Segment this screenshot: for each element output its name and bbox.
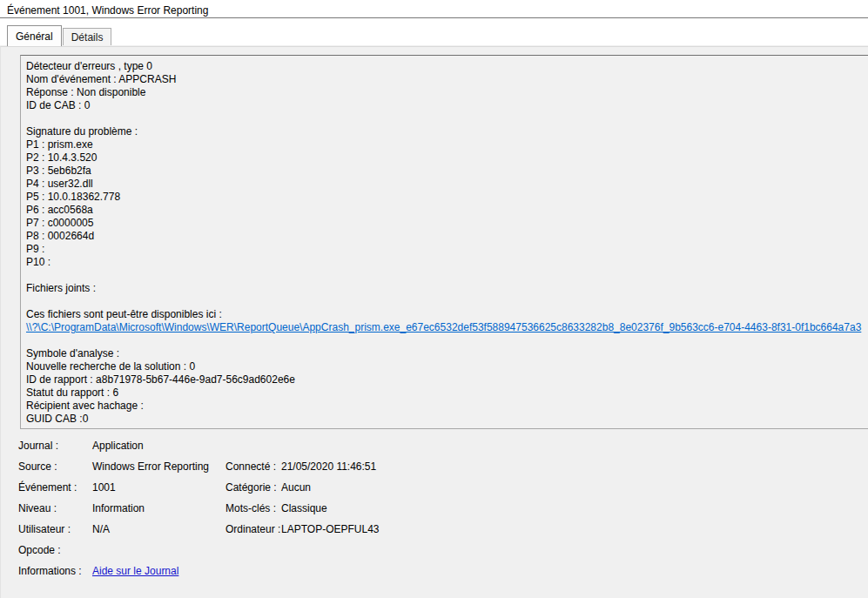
event-text-line: P7 : c0000005 <box>26 217 865 230</box>
field-label: Catégorie : <box>225 481 281 494</box>
field-label: Informations : <box>18 565 92 577</box>
event-text-line: Réponse : Non disponible <box>26 86 865 99</box>
field-value: Windows Error Reporting <box>92 460 225 473</box>
event-text-line: P5 : 10.0.18362.778 <box>26 191 865 204</box>
event-text-line: ID de rapport : a8b71978-5b67-446e-9ad7-… <box>26 373 865 386</box>
event-text-line: Fichiers joints : <box>26 282 865 295</box>
field-label: Opcode : <box>18 544 92 556</box>
field-label: Niveau : <box>18 502 92 514</box>
tab-strip: Général Détails <box>0 18 868 45</box>
event-text-line: Détecteur d'erreurs , type 0 <box>26 60 865 73</box>
journal-help-link[interactable]: Aide sur le Journal <box>92 565 178 577</box>
event-text-line: Nouvelle recherche de la solution : 0 <box>26 360 865 373</box>
general-tab-page: Détecteur d'erreurs , type 0Nom d'événem… <box>0 46 868 598</box>
field-row: Événement :1001Catégorie :Aucun <box>18 477 380 498</box>
event-text-line: P1 : prism.exe <box>26 138 865 151</box>
tab-details[interactable]: Détails <box>63 28 112 45</box>
event-text-line <box>26 334 865 347</box>
event-text-line: P6 : acc0568a <box>26 204 865 217</box>
event-text-line: P8 : 0002664d <box>26 230 865 243</box>
event-text-line <box>26 295 865 308</box>
event-text-line: Ces fichiers sont peut-être disponibles … <box>26 308 865 321</box>
field-label: Utilisateur : <box>18 523 92 535</box>
event-text-line: Nom d'événement : APPCRASH <box>26 73 865 86</box>
field-row: Utilisateur :N/AOrdinateur :LAPTOP-OEPFU… <box>18 519 380 540</box>
event-text-line: Récipient avec hachage : <box>26 400 865 413</box>
field-value: Aide sur le Journal <box>92 565 225 577</box>
event-text-line <box>26 112 865 125</box>
field-value: 21/05/2020 11:46:51 <box>281 460 376 473</box>
event-header: Événement 1001, Windows Error Reporting <box>0 0 868 18</box>
event-text-line: P4 : user32.dll <box>26 178 865 191</box>
event-text-line: P2 : 10.4.3.520 <box>26 151 865 165</box>
field-value: Classique <box>281 502 327 514</box>
event-text-line: Signature du problème : <box>26 125 865 138</box>
event-text-line: ID de CAB : 0 <box>26 99 865 112</box>
field-row: Source :Windows Error ReportingConnecté … <box>18 456 380 477</box>
field-row: Niveau :InformationMots-clés :Classique <box>18 498 380 519</box>
event-text-line: P3 : 5eb6b2fa <box>26 165 865 178</box>
event-fields: Journal :ApplicationSource :Windows Erro… <box>1 435 380 581</box>
event-text-line: Symbole d'analyse : <box>26 347 865 360</box>
page-title: Événement 1001, Windows Error Reporting <box>7 4 208 17</box>
field-label: Ordinateur : <box>225 523 281 535</box>
field-value: LAPTOP-OEPFUL43 <box>281 523 380 535</box>
event-text-line: \\?\C:\ProgramData\Microsoft\Windows\WER… <box>26 321 865 334</box>
field-label: Journal : <box>18 440 92 452</box>
field-value: Information <box>92 502 225 514</box>
field-value: N/A <box>92 523 225 535</box>
report-queue-path-link[interactable]: \\?\C:\ProgramData\Microsoft\Windows\WER… <box>26 321 861 333</box>
field-value: Aucun <box>281 481 311 494</box>
event-text-line <box>26 269 865 282</box>
event-text-line: GUID CAB :0 <box>26 413 865 426</box>
event-text-line: P10 : <box>26 256 865 269</box>
field-label: Connecté : <box>225 460 281 473</box>
event-description-box[interactable]: Détecteur d'erreurs , type 0Nom d'événem… <box>20 55 868 429</box>
field-row: Journal :Application <box>18 435 380 456</box>
field-row: Opcode : <box>18 540 380 561</box>
field-value: Application <box>92 440 225 452</box>
event-text-line: Statut du rapport : 6 <box>26 386 865 400</box>
field-value: 1001 <box>92 481 225 494</box>
field-label: Événement : <box>18 481 92 494</box>
field-label: Source : <box>18 460 92 473</box>
field-row: Informations :Aide sur le Journal <box>18 561 380 581</box>
field-label: Mots-clés : <box>225 502 281 514</box>
event-text-line: P9 : <box>26 243 865 256</box>
tab-general[interactable]: Général <box>7 25 62 46</box>
